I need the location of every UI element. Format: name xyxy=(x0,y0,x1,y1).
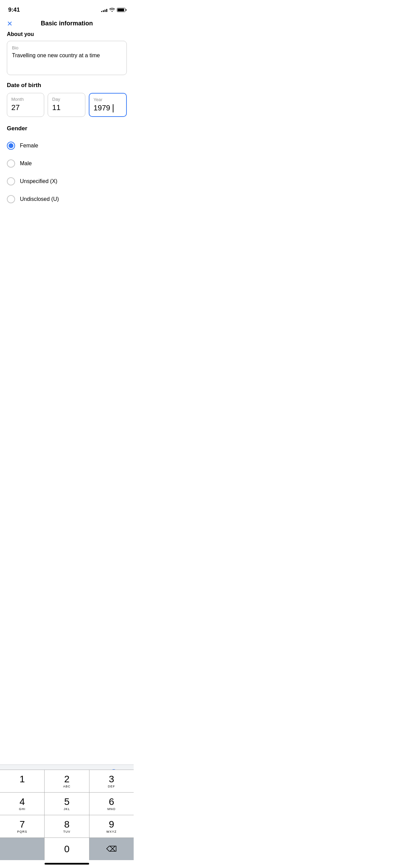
dob-fields: Month 27 Day 11 Year 1979 xyxy=(7,93,127,117)
radio-female xyxy=(7,142,15,150)
gender-option-unspecified[interactable]: Unspecified (X) xyxy=(7,172,127,190)
day-value: 11 xyxy=(52,103,81,112)
status-bar: 9:41 xyxy=(0,0,134,17)
bio-field[interactable]: Bio Travelling one new country at a time xyxy=(7,41,127,75)
main-content: About you Bio Travelling one new country… xyxy=(0,31,134,208)
close-button[interactable]: ✕ xyxy=(7,20,13,28)
year-value: 1979 xyxy=(94,104,122,112)
gender-option-undisclosed[interactable]: Undisclosed (U) xyxy=(7,190,127,208)
battery-icon xyxy=(117,8,125,12)
signal-icon xyxy=(101,8,107,12)
gender-section-label: Gender xyxy=(7,125,127,132)
year-label: Year xyxy=(94,97,122,102)
gender-options: Female Male Unspecified (X) Undisclosed … xyxy=(7,137,127,208)
year-field[interactable]: Year 1979 xyxy=(89,93,127,117)
gender-label-female: Female xyxy=(20,143,38,149)
status-icons xyxy=(101,8,125,13)
day-label: Day xyxy=(52,97,81,102)
month-value: 27 xyxy=(11,103,40,112)
gender-label-male: Male xyxy=(20,160,32,167)
gender-label-undisclosed: Undisclosed (U) xyxy=(20,196,59,202)
radio-male xyxy=(7,159,15,168)
day-field[interactable]: Day 11 xyxy=(48,93,85,117)
month-label: Month xyxy=(11,97,40,102)
radio-unspecified xyxy=(7,177,15,185)
gender-label-unspecified: Unspecified (X) xyxy=(20,178,57,184)
month-field[interactable]: Month 27 xyxy=(7,93,44,117)
about-you-label: About you xyxy=(7,31,127,37)
gender-option-female[interactable]: Female xyxy=(7,137,127,155)
radio-undisclosed xyxy=(7,195,15,203)
gender-option-male[interactable]: Male xyxy=(7,155,127,172)
page-header: ✕ Basic information xyxy=(0,17,134,31)
page-title: Basic information xyxy=(41,20,93,27)
dob-section-label: Date of birth xyxy=(7,82,127,89)
bio-value: Travelling one new country at a time xyxy=(12,52,122,59)
bio-label: Bio xyxy=(12,45,122,50)
wifi-icon xyxy=(109,8,115,13)
status-time: 9:41 xyxy=(8,7,20,13)
